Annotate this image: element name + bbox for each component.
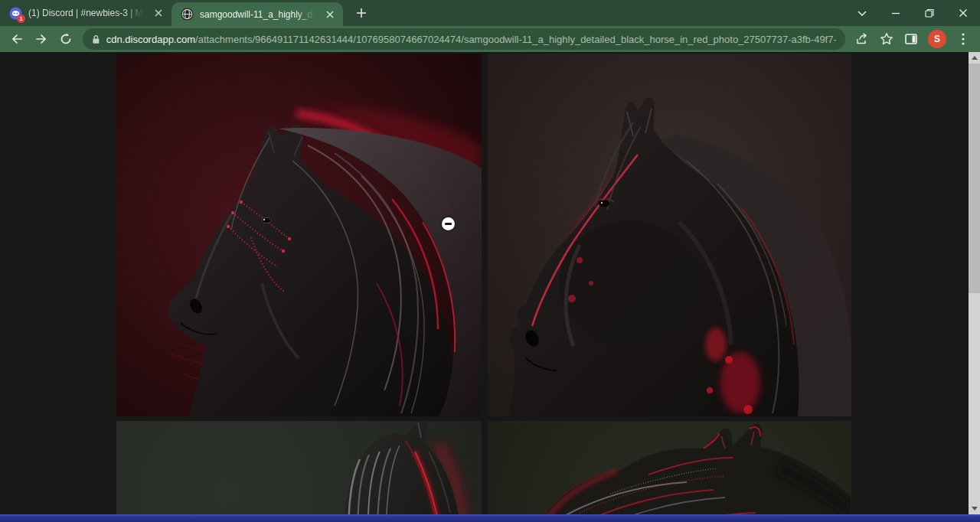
browser-tab-strip: 1 (1) Discord | #newbies-3 | Midjou samg… <box>0 0 980 26</box>
url-domain: cdn.discordapp.com <box>106 34 195 45</box>
url-path: /attachments/966491171142631444/10769580… <box>195 34 836 45</box>
scroll-down-button[interactable] <box>969 503 980 514</box>
address-bar[interactable]: cdn.discordapp.com/attachments/966491171… <box>83 28 845 50</box>
tab-title: (1) Discord | #newbies-3 | Midjou <box>28 8 145 18</box>
scroll-up-arrow-icon <box>972 56 978 60</box>
star-icon <box>880 32 893 46</box>
side-panel-icon <box>904 32 918 46</box>
share-button[interactable] <box>851 28 873 50</box>
url-text: cdn.discordapp.com/attachments/966491171… <box>106 34 836 45</box>
tab-close-icon[interactable] <box>152 6 165 20</box>
horse-image-top-right <box>488 54 851 416</box>
horse-image-top-left <box>116 54 482 416</box>
bookmark-button[interactable] <box>876 28 897 50</box>
horse-image-grid[interactable] <box>116 54 851 514</box>
side-panel-button[interactable] <box>900 28 922 50</box>
share-icon <box>855 32 869 46</box>
forward-button[interactable] <box>31 28 52 50</box>
tab-image-viewer[interactable]: samgoodwill-11_a_highly_detaile <box>172 2 343 26</box>
horse-image-bottom-left <box>116 421 482 514</box>
notification-badge: 1 <box>17 15 25 23</box>
minimize-icon <box>891 8 900 18</box>
tab-discord[interactable]: 1 (1) Discord | #newbies-3 | Midjou <box>0 0 172 26</box>
horse-image-bottom-right <box>488 421 851 514</box>
back-arrow-icon <box>10 32 24 46</box>
minimize-button[interactable] <box>879 0 913 26</box>
scroll-up-button[interactable] <box>969 52 980 64</box>
browser-menu-button[interactable] <box>952 28 974 50</box>
close-icon <box>959 8 968 18</box>
close-window-button[interactable] <box>946 0 980 26</box>
page-viewport <box>0 52 969 514</box>
forward-arrow-icon <box>34 32 48 46</box>
browser-toolbar: cdn.discordapp.com/attachments/966491171… <box>0 26 980 52</box>
scroll-down-arrow-icon <box>972 507 978 511</box>
new-tab-button[interactable] <box>351 2 372 24</box>
tab-search-button[interactable] <box>845 0 879 26</box>
chevron-down-icon <box>858 11 867 16</box>
scrollbar-thumb[interactable] <box>969 64 980 293</box>
avatar-letter: S <box>934 34 940 44</box>
kebab-menu-icon <box>962 33 965 45</box>
window-controls <box>845 0 980 26</box>
restore-button[interactable] <box>913 0 946 26</box>
discord-favicon-icon: 1 <box>9 7 22 20</box>
minus-glyph <box>445 223 452 225</box>
taskbar-edge-strip <box>0 514 980 522</box>
zoom-out-cursor-icon <box>442 217 455 230</box>
restore-icon <box>925 8 934 18</box>
reload-button[interactable] <box>55 28 77 50</box>
vertical-scrollbar[interactable] <box>969 52 980 514</box>
lock-icon <box>92 34 100 44</box>
tab-title: samgoodwill-11_a_highly_detaile <box>200 9 317 20</box>
reload-icon <box>59 32 73 46</box>
back-button[interactable] <box>6 28 28 50</box>
tab-close-icon[interactable] <box>323 8 337 21</box>
globe-favicon-icon <box>181 8 194 21</box>
profile-avatar[interactable]: S <box>928 30 946 48</box>
plus-icon <box>356 8 367 18</box>
